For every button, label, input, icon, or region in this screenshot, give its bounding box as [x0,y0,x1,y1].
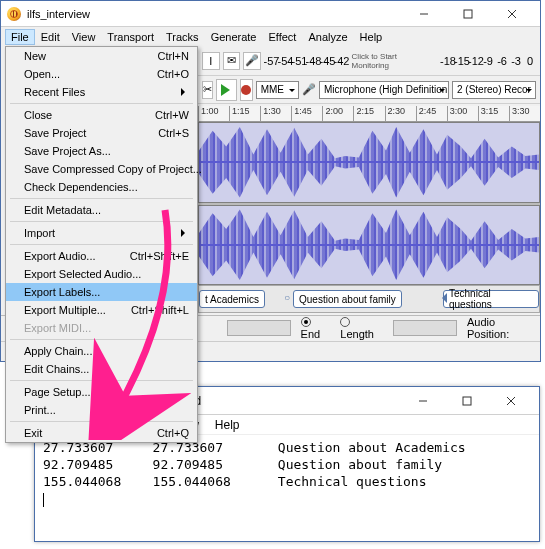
label-marker[interactable]: Question about family [293,290,402,308]
file-menu-export-multiple[interactable]: Export Multiple...Ctrl+Shift+L [6,301,197,319]
toolbar-area: I ✉ 🎤 -57-54-51-48-45-42 Click to Start … [198,46,540,106]
file-menu-dropdown: NewCtrl+NOpen...Ctrl+ORecent FilesCloseC… [5,46,198,443]
tool-icon[interactable]: I [202,52,220,70]
file-menu-export-midi: Export MIDI... [6,319,197,337]
menu-generate[interactable]: Generate [205,29,263,45]
host-select[interactable]: MME [256,81,299,99]
maximize-button[interactable] [446,1,490,27]
np-menu-help[interactable]: Help [207,416,248,434]
transport-row: ✂ MME 🎤 Microphone (High Definition 2 (S… [198,76,540,104]
audacity-window: ilfs_interview FileEditViewTransportTrac… [0,0,541,362]
file-menu-open[interactable]: Open...Ctrl+O [6,65,197,83]
file-menu-save-compressed-copy-of-project[interactable]: Save Compressed Copy of Project... [6,160,197,178]
record-button[interactable] [240,79,253,101]
file-menu-export-labels[interactable]: Export Labels... [6,283,197,301]
audacity-title: ilfs_interview [27,8,402,20]
menu-transport[interactable]: Transport [101,29,160,45]
close-button[interactable] [490,1,534,27]
np-close-button[interactable] [489,388,533,414]
menu-effect[interactable]: Effect [263,29,303,45]
file-menu-export-audio[interactable]: Export Audio...Ctrl+Shift+E [6,247,197,265]
notepad-text-area[interactable]: 27.733607 27.733607 Question about Acade… [35,435,539,511]
file-menu-print[interactable]: Print... [6,401,197,419]
meter-row: I ✉ 🎤 -57-54-51-48-45-42 Click to Start … [198,46,540,76]
audacity-logo-icon [7,7,21,21]
label-marker[interactable]: t Academics [199,290,265,308]
file-menu-recent-files[interactable]: Recent Files [6,83,197,101]
file-menu-export-selected-audio[interactable]: Export Selected Audio... [6,265,197,283]
audacity-titlebar: ilfs_interview [1,1,540,27]
menu-tracks[interactable]: Tracks [160,29,205,45]
menu-analyze[interactable]: Analyze [302,29,353,45]
channels-select[interactable]: 2 (Stereo) Recor [452,81,536,99]
waveform-channel-1[interactable] [198,122,540,203]
play-button[interactable] [216,79,237,101]
menu-view[interactable]: View [66,29,102,45]
audio-pos-label: Audio Position: [467,316,534,340]
time-ruler[interactable]: 1:001:151:301:452:002:152:302:453:003:15… [198,106,540,122]
file-menu-new[interactable]: NewCtrl+N [6,47,197,65]
meter-right: -18-15-12-9-6-30 [440,55,536,67]
waveform-area[interactable] [198,122,540,285]
menu-edit[interactable]: Edit [35,29,66,45]
mic-icon: 🎤 [302,83,316,96]
file-menu-save-project-as[interactable]: Save Project As... [6,142,197,160]
file-menu-apply-chain[interactable]: Apply Chain... [6,342,197,360]
waveform-channel-2[interactable] [198,205,540,286]
label-track[interactable]: t AcademicsQuestion about familyTechnica… [198,285,540,313]
menu-help[interactable]: Help [354,29,389,45]
end-radio[interactable] [301,317,311,327]
cut-icon[interactable]: ✂ [202,81,213,99]
tool-icon[interactable]: ✉ [223,52,241,70]
file-menu-import[interactable]: Import [6,224,197,242]
audacity-menubar: FileEditViewTransportTracksGenerateEffec… [1,27,540,46]
file-menu-edit-metadata[interactable]: Edit Metadata... [6,201,197,219]
start-monitor-label[interactable]: Click to Start Monitoring [349,52,437,70]
file-menu-check-dependencies[interactable]: Check Dependencies... [6,178,197,196]
length-radio[interactable] [340,317,350,327]
meter-left: -57-54-51-48-45-42 [264,55,346,67]
file-menu-exit[interactable]: ExitCtrl+Q [6,424,197,442]
sel-end-field[interactable] [393,320,457,336]
svg-rect-1 [464,10,472,18]
menu-file[interactable]: File [5,29,35,45]
np-minimize-button[interactable] [401,388,445,414]
file-menu-page-setup[interactable]: Page Setup... [6,383,197,401]
svg-rect-5 [463,397,471,405]
file-menu-edit-chains[interactable]: Edit Chains... [6,360,197,378]
input-select[interactable]: Microphone (High Definition [319,81,449,99]
sel-start-field[interactable] [227,320,291,336]
file-menu-save-project[interactable]: Save ProjectCtrl+S [6,124,197,142]
file-menu-close[interactable]: CloseCtrl+W [6,106,197,124]
np-maximize-button[interactable] [445,388,489,414]
minimize-button[interactable] [402,1,446,27]
mic-icon: 🎤 [243,52,261,70]
label-marker[interactable]: Technical questions [443,290,539,308]
